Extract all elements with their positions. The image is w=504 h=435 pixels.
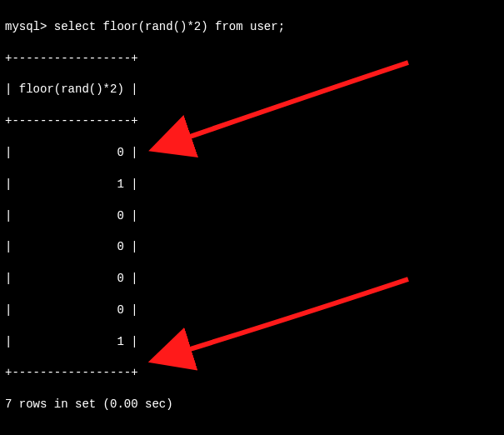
q1-row: | 0 |	[5, 208, 499, 224]
q1-row: | 0 |	[5, 145, 499, 161]
terminal-output: mysql> select floor(rand()*2) from user;…	[0, 0, 504, 435]
q1-row: | 1 |	[5, 334, 499, 350]
q1-row: | 0 |	[5, 239, 499, 255]
q1-row: | 1 |	[5, 177, 499, 192]
q1-border-top: +-----------------+	[5, 51, 499, 67]
q1-border-bot: +-----------------+	[5, 365, 499, 381]
q1-status: 7 rows in set (0.00 sec)	[5, 397, 499, 412]
sql-command-1: select floor(rand()*2) from user;	[54, 20, 285, 33]
q1-row: | 0 |	[5, 271, 499, 287]
q1-border-mid: +-----------------+	[5, 113, 499, 129]
q1-row: | 0 |	[5, 302, 499, 318]
q1-header: | floor(rand()*2) |	[5, 82, 499, 98]
mysql-prompt: mysql>	[5, 20, 54, 33]
